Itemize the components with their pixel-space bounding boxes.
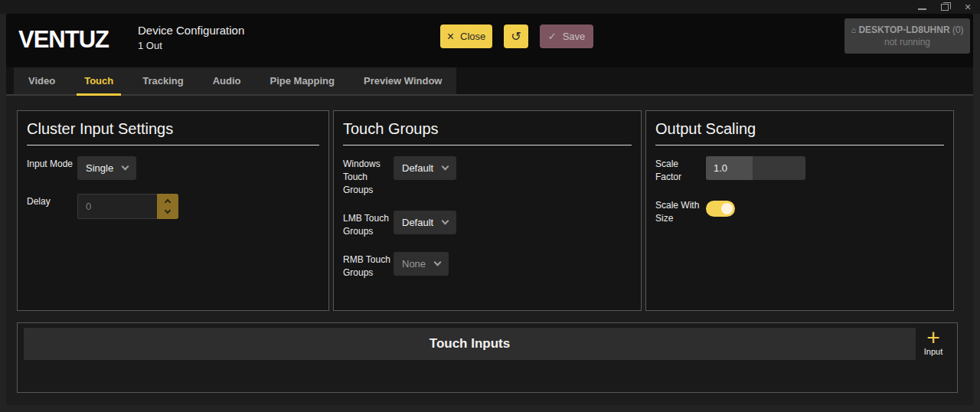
stepper-down-icon [165, 208, 171, 214]
output-scaling-panel-title: Output Scaling [655, 120, 944, 138]
input-mode-value: Single [86, 162, 113, 174]
scale-factor-value: 1.0 [714, 156, 727, 180]
input-mode-row: Input Mode Single [27, 156, 319, 180]
lmb-touch-groups-value: Default [402, 217, 433, 228]
windows-touch-groups-row: Windows Touch Groups Default [343, 156, 632, 197]
input-mode-label: Input Mode [27, 156, 77, 180]
refresh-button[interactable]: ↺ [504, 25, 528, 48]
windows-touch-groups-label: Windows Touch Groups [343, 156, 394, 197]
delay-label: Delay [27, 194, 77, 219]
scale-with-size-label: Scale With Size [655, 198, 706, 225]
tab-tracking-label: Tracking [142, 75, 183, 87]
header-actions: × Close ↺ ✓ Save [440, 25, 593, 48]
tab-touch-label: Touch [84, 75, 113, 87]
tab-preview-window-label: Preview Window [364, 75, 442, 87]
delay-value: 0 [86, 201, 91, 212]
chevron-down-icon [442, 217, 449, 225]
tab-pipe-mapping[interactable]: Pipe Mapping [256, 67, 350, 94]
tab-tracking[interactable]: Tracking [128, 67, 198, 94]
stepper-up-icon [165, 199, 171, 205]
touch-groups-panel-rule [343, 145, 632, 146]
lmb-touch-groups-label: LMB Touch Groups [343, 211, 394, 238]
tab-video-label: Video [28, 75, 55, 87]
save-button[interactable]: ✓ Save [540, 25, 593, 48]
window-titlebar: × [0, 0, 980, 14]
touch-groups-panel-title: Touch Groups [343, 120, 632, 138]
rmb-touch-groups-value: None [402, 258, 426, 270]
touch-inputs-panel: Touch Inputs + Input [17, 322, 958, 393]
app-header: VENTUZ Device Configuration 1 Out × Clos… [6, 14, 973, 67]
machine-count: (0) [952, 25, 964, 35]
tab-divider [6, 94, 973, 96]
lmb-touch-groups-dropdown[interactable]: Default [394, 211, 456, 234]
home-icon: ⌂ [851, 25, 856, 34]
windows-touch-groups-dropdown[interactable]: Default [394, 156, 456, 180]
scale-factor-label: Scale Factor [655, 156, 706, 184]
input-mode-dropdown[interactable]: Single [77, 156, 136, 180]
save-button-label: Save [563, 31, 586, 42]
window-minimize-button[interactable] [916, 2, 928, 12]
tab-pipe-mapping-label: Pipe Mapping [270, 75, 335, 87]
tab-video[interactable]: Video [14, 67, 70, 94]
lmb-touch-groups-row: LMB Touch Groups Default [343, 211, 632, 238]
tab-audio-label: Audio [213, 75, 241, 87]
touch-inputs-title: Touch Inputs [430, 336, 510, 352]
maximize-icon [941, 4, 949, 11]
output-scaling-panel: Output Scaling Scale Factor 1.0 Scale Wi… [645, 110, 954, 311]
main-content: Cluster Input Settings Input Mode Single… [6, 96, 973, 405]
machine-status-text: not running [884, 37, 930, 47]
delay-row: Delay 0 [27, 194, 319, 219]
add-input-button[interactable]: + Input [916, 328, 951, 360]
chevron-down-icon [434, 259, 442, 266]
close-button[interactable]: × Close [440, 25, 492, 48]
window-close-button[interactable]: × [962, 2, 974, 12]
windows-touch-groups-value: Default [402, 162, 433, 174]
cluster-input-settings-panel: Cluster Input Settings Input Mode Single… [17, 110, 329, 311]
tab-strip: Video Touch Tracking Audio Pipe Mapping … [6, 67, 973, 96]
window-close-icon: × [965, 2, 971, 12]
scale-with-size-row: Scale With Size [655, 198, 944, 225]
settings-panels-row: Cluster Input Settings Input Mode Single… [17, 110, 958, 311]
delay-number-field: 0 [77, 194, 178, 219]
machine-status-button[interactable]: ⌂ DESKTOP-LD8UHNR (0) not running [844, 18, 970, 54]
scale-factor-input[interactable]: 1.0 [706, 156, 805, 180]
delay-stepper[interactable] [157, 194, 178, 219]
machine-name: ⌂ DESKTOP-LD8UHNR (0) [851, 25, 963, 35]
touch-inputs-header-row: Touch Inputs + Input [24, 328, 951, 360]
ventuz-logo: VENTUZ [18, 25, 109, 54]
touch-groups-panel: Touch Groups Windows Touch Groups Defaul… [333, 110, 642, 311]
checkmark-icon: ✓ [548, 31, 557, 42]
window-maximize-button[interactable] [939, 2, 951, 12]
tab-touch[interactable]: Touch [70, 67, 128, 94]
cluster-panel-title: Cluster Input Settings [27, 120, 319, 138]
touch-inputs-header: Touch Inputs [24, 328, 916, 360]
tab-preview-window[interactable]: Preview Window [349, 67, 456, 94]
minimize-icon [918, 8, 926, 10]
close-button-label: Close [460, 31, 485, 42]
tab-audio[interactable]: Audio [198, 67, 256, 94]
app-window: VENTUZ Device Configuration 1 Out × Clos… [6, 14, 973, 405]
output-scaling-panel-rule [655, 145, 944, 146]
page-title: Device Configuration [138, 24, 244, 37]
scale-factor-row: Scale Factor 1.0 [655, 156, 944, 184]
close-x-icon: × [447, 31, 454, 42]
add-input-label: Input [924, 347, 942, 356]
rmb-touch-groups-row: RMB Touch Groups None [343, 252, 632, 280]
toggle-knob [721, 203, 733, 214]
cluster-panel-rule [27, 145, 319, 146]
header-titles: Device Configuration 1 Out [138, 24, 244, 51]
plus-icon: + [926, 328, 940, 348]
page-subtitle: 1 Out [138, 40, 244, 51]
chevron-down-icon [122, 163, 129, 171]
refresh-icon: ↺ [511, 29, 521, 44]
rmb-touch-groups-dropdown[interactable]: None [394, 252, 449, 276]
rmb-touch-groups-label: RMB Touch Groups [343, 252, 394, 280]
machine-hostname: DESKTOP-LD8UHNR [858, 25, 949, 35]
tab-bar: Video Touch Tracking Audio Pipe Mapping … [14, 67, 456, 94]
chevron-down-icon [442, 163, 449, 171]
delay-input[interactable]: 0 [77, 194, 157, 219]
scale-with-size-toggle[interactable] [706, 201, 735, 217]
